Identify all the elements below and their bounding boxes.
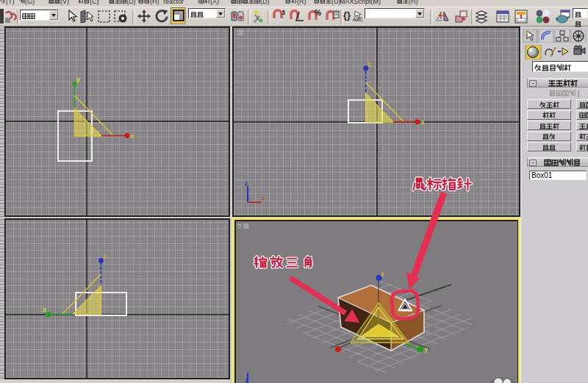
svg-text:z: z [103,253,107,260]
svg-text:z: z [245,180,248,187]
svg-text:x: x [421,118,425,126]
svg-text:3: 3 [282,9,285,16]
svg-text:x: x [130,132,134,140]
svg-text:{}: {} [343,10,351,21]
svg-text:z: z [368,60,371,68]
svg-text:ABC: ABC [353,17,363,22]
svg-text:%: % [315,9,321,17]
svg-text:z: z [381,271,384,278]
svg-text:x: x [262,195,265,201]
svg-text:y: y [424,346,428,353]
svg-text:y: y [76,76,80,83]
svg-text:x: x [43,306,46,313]
